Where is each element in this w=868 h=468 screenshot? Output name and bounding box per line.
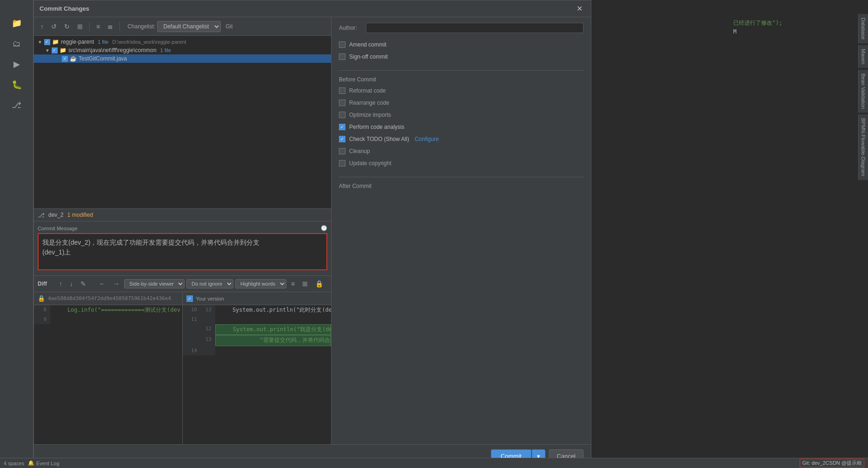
- diff-toolbar: Diff ↑ ↓ ✎ ← → Side-by-side viewer Do no…: [34, 275, 331, 292]
- tree-name-0: reggie-parent: [61, 39, 94, 45]
- tree-item-common[interactable]: ▼ ✓ 📁 src\main\java\net\fff\reggie\commo…: [34, 46, 331, 54]
- cleanup-row[interactable]: Cleanup: [339, 147, 583, 155]
- copyright-label: Update copyright: [349, 160, 391, 167]
- toolbar-group-button[interactable]: ⊞: [74, 21, 86, 32]
- commit-message-input[interactable]: 我是分支(dev_2)，现在完成了功能开发需要提交代码，并将代码合并到分支 (d…: [38, 233, 327, 270]
- diff-left-lock: 🔒: [38, 295, 45, 302]
- cleanup-checkbox[interactable]: [339, 148, 345, 154]
- dialog-title: Commit Changes: [40, 5, 89, 12]
- todo-checkbox[interactable]: ✓: [339, 136, 345, 142]
- commit-history-icon[interactable]: 🕐: [321, 225, 327, 231]
- author-input[interactable]: [366, 23, 583, 33]
- commit-message-label-text: Commit Message: [38, 226, 78, 231]
- diff-edit-btn[interactable]: ✎: [78, 278, 89, 289]
- tree-item-reggie-parent[interactable]: ▼ ✓ 📁 reggie-parent 1 file D:\work\idea_…: [34, 38, 331, 46]
- toolbar-collapse-button[interactable]: ≣: [105, 21, 116, 32]
- toolbar-refresh2-button[interactable]: ↻: [61, 21, 73, 32]
- toolbar-up-button[interactable]: ↑: [38, 21, 46, 32]
- author-label: Author:: [339, 25, 362, 31]
- git-branch-status: Git: dev_2CSDN @提示框: [800, 459, 864, 468]
- reformat-checkbox[interactable]: [339, 87, 345, 94]
- folder-icon-0: 📁: [52, 39, 59, 45]
- changelist-label: Changelist:: [127, 23, 155, 30]
- tree-checkbox-0[interactable]: ✓: [44, 39, 50, 45]
- toolbar-expand-button[interactable]: ≡: [93, 21, 103, 32]
- commit-changes-dialog: Commit Changes ✕ ↑ ↺ ↻ ⊞ ≡ ≣ Changelist:…: [33, 0, 591, 468]
- bean-validation-tab[interactable]: Bean Validation: [858, 70, 868, 113]
- diff-icon-btn-2[interactable]: ⊞: [299, 278, 311, 289]
- optimize-row[interactable]: Optimize imports: [339, 111, 583, 119]
- tree-item-testgitcommit[interactable]: ✓ ☕ TestGitCommit.java: [34, 54, 331, 63]
- diff-forward-btn[interactable]: →: [110, 278, 122, 289]
- changelist-select[interactable]: Default Changelist: [157, 21, 221, 32]
- copyright-row[interactable]: Update copyright: [339, 159, 583, 167]
- signoff-commit-row[interactable]: Sign-off commit: [339, 53, 583, 61]
- amend-label: Amend commit: [349, 41, 386, 48]
- diff-right-line-1: 10 12 System.out.println("此时分支(dev_1)出现了…: [183, 305, 331, 315]
- rearrange-row[interactable]: Rearrange code: [339, 99, 583, 107]
- branch-modified: 1 modified: [67, 212, 93, 218]
- options-divider-2: [339, 177, 583, 177]
- tree-name-2: TestGitCommit.java: [79, 55, 127, 62]
- commit-message-section: Commit Message 🕐 我是分支(dev_2)，现在完成了功能开发需要…: [34, 221, 331, 275]
- sidebar-git-icon[interactable]: ⎇: [7, 96, 26, 114]
- configure-link[interactable]: Configure: [415, 136, 439, 142]
- dialog-titlebar: Commit Changes ✕: [34, 0, 591, 17]
- rearrange-checkbox[interactable]: [339, 100, 345, 106]
- toolbar-refresh-button[interactable]: ↺: [48, 21, 60, 32]
- todo-row[interactable]: ✓ Check TODO (Show All) Configure: [339, 135, 583, 143]
- dialog-close-button[interactable]: ✕: [574, 3, 585, 14]
- tree-arrow-1: ▼: [45, 48, 50, 53]
- rearrange-label: Rearrange code: [349, 100, 389, 106]
- diff-icon-btn-1[interactable]: ≡: [288, 278, 298, 289]
- sidebar-structure-icon[interactable]: 🗂: [7, 34, 26, 53]
- diff-ignore-select[interactable]: Do not ignore: [186, 279, 233, 288]
- diff-viewer-select[interactable]: Side-by-side viewer: [124, 279, 185, 288]
- maven-tab[interactable]: Maven: [858, 45, 868, 68]
- diff-right-line-2: 11: [183, 315, 331, 324]
- sidebar-debug-icon[interactable]: 🐛: [7, 75, 26, 94]
- reformat-label: Reformat code: [349, 87, 386, 94]
- tree-checkbox-1[interactable]: ✓: [52, 47, 58, 53]
- sidebar-run-icon[interactable]: ▶: [7, 55, 26, 74]
- diff-left-panel: 🔒 4ae588d8d304f54f2dd9e4585875961b42e436…: [34, 292, 183, 444]
- signoff-checkbox[interactable]: [339, 53, 345, 60]
- right-side-panels: Database Maven Bean Validation BPMN-Flow…: [858, 14, 868, 458]
- database-tab[interactable]: Database: [858, 14, 868, 43]
- tree-path-0: D:\work\idea_work\reggie-parent: [113, 39, 186, 45]
- after-commit-title: After Commit: [339, 183, 583, 189]
- amend-checkbox[interactable]: [339, 41, 345, 48]
- branch-bar: ⎇ dev_2 1 modified: [34, 208, 331, 221]
- copyright-checkbox[interactable]: [339, 160, 345, 167]
- diff-right-line-4: 13 "需要提交代码，并将代码合并到分支(dev_1)上": [183, 335, 331, 346]
- todo-label: Check TODO (Show All): [349, 136, 409, 142]
- event-log-button[interactable]: 🔔 Event Log: [28, 460, 60, 466]
- diff-content: 🔒 4ae588d8d304f54f2dd9e4585875961b42e436…: [34, 292, 331, 444]
- java-icon-2: ☕: [70, 55, 77, 62]
- diff-highlight-select[interactable]: Highlight words: [235, 279, 286, 288]
- branch-name: dev_2: [48, 212, 64, 218]
- options-divider-1: [339, 70, 583, 71]
- event-log-icon: 🔔: [28, 460, 34, 466]
- diff-settings-btn[interactable]: ⚙: [328, 278, 331, 289]
- reformat-row[interactable]: Reformat code: [339, 87, 583, 95]
- diff-section: Diff ↑ ↓ ✎ ← → Side-by-side viewer Do no…: [34, 275, 331, 444]
- diff-right-panel: ✓ Your version 10 12 System.out.println(…: [183, 292, 331, 444]
- optimize-label: Optimize imports: [349, 112, 391, 118]
- diff-up-btn[interactable]: ↑: [56, 278, 65, 289]
- diff-down-btn[interactable]: ↓: [67, 278, 76, 289]
- git-label: Git: [225, 23, 232, 30]
- diff-right-checkbox[interactable]: ✓: [186, 295, 193, 302]
- bpmn-tab[interactable]: BPMN-Flowable-Diagram: [858, 114, 868, 180]
- diff-lock-btn[interactable]: 🔒: [312, 278, 326, 289]
- diff-back-btn[interactable]: ←: [96, 278, 108, 289]
- author-row: Author:: [339, 23, 583, 33]
- amend-commit-row[interactable]: Amend commit: [339, 40, 583, 49]
- analysis-row[interactable]: ✓ Perform code analysis: [339, 123, 583, 131]
- analysis-checkbox[interactable]: ✓: [339, 124, 345, 130]
- tree-checkbox-2[interactable]: ✓: [62, 56, 68, 62]
- signoff-label: Sign-off commit: [349, 53, 388, 60]
- optimize-checkbox[interactable]: [339, 112, 345, 118]
- bg-code-line2: M: [733, 27, 863, 36]
- sidebar-project-icon[interactable]: 📁: [7, 14, 26, 33]
